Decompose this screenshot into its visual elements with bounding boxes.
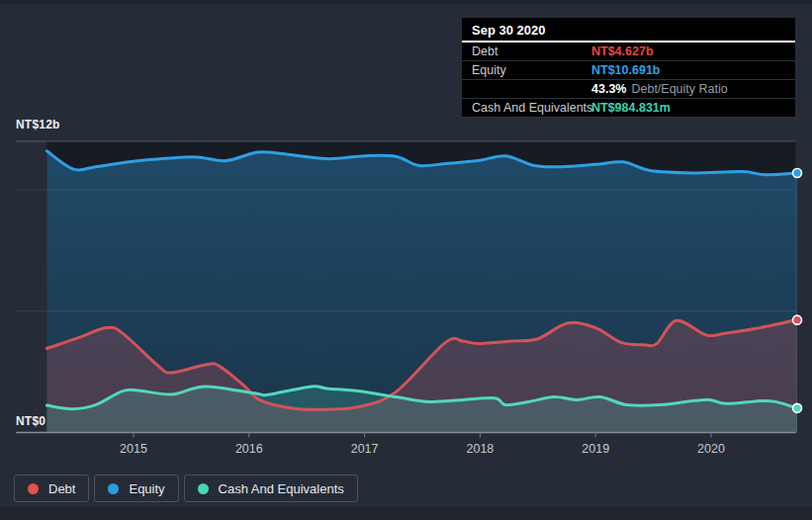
legend-item-equity[interactable]: Equity <box>94 475 178 502</box>
x-axis-year-label: 2016 <box>235 442 263 456</box>
tooltip-row-cash: Cash And Equivalents NT$984.831m <box>462 99 795 118</box>
equity-line-end-marker <box>793 169 802 178</box>
y-axis-zero-label: NT$0 <box>16 414 45 428</box>
tooltip-date: Sep 30 2020 <box>462 18 795 43</box>
y-axis-max-label: NT$12b <box>16 118 60 131</box>
x-axis-year-label: 2019 <box>582 442 609 456</box>
hover-tooltip: Sep 30 2020 Debt NT$4.627b Equity NT$10.… <box>462 18 795 118</box>
tooltip-equity-value: NT$10.691b <box>591 63 660 77</box>
x-axis-year-label: 2017 <box>351 442 379 456</box>
tooltip-cash-value: NT$984.831m <box>591 101 671 115</box>
tooltip-row-ratio: 43.3% Debt/Equity Ratio <box>462 80 795 99</box>
debt-line-end-marker <box>793 315 802 324</box>
tooltip-ratio-label: Debt/Equity Ratio <box>631 82 727 96</box>
cash-series-dot-icon <box>198 483 209 494</box>
x-axis-year-label: 2018 <box>466 442 494 456</box>
tooltip-row-equity: Equity NT$10.691b <box>462 61 795 80</box>
equity-series-dot-icon <box>108 483 119 494</box>
legend-debt-label: Debt <box>48 481 75 496</box>
legend-item-debt[interactable]: Debt <box>14 475 89 502</box>
tooltip-equity-label: Equity <box>462 63 591 77</box>
cash-line-end-marker <box>793 403 802 412</box>
legend-equity-label: Equity <box>129 481 164 496</box>
x-axis-year-label: 2020 <box>697 442 725 456</box>
debt-equity-history-chart: 201520162017201820192020 NT$12b NT$0 Sep… <box>0 0 812 520</box>
tooltip-row-debt: Debt NT$4.627b <box>462 43 795 61</box>
legend-item-cash[interactable]: Cash And Equivalents <box>184 475 358 502</box>
tooltip-debt-label: Debt <box>462 44 591 58</box>
tooltip-ratio-value: 43.3% <box>591 82 626 96</box>
tooltip-cash-label: Cash And Equivalents <box>462 101 591 115</box>
chart-legend: Debt Equity Cash And Equivalents <box>14 475 358 502</box>
debt-series-dot-icon <box>28 483 39 494</box>
legend-cash-label: Cash And Equivalents <box>219 481 344 496</box>
tooltip-debt-value: NT$4.627b <box>591 44 654 58</box>
x-axis-year-label: 2015 <box>120 442 147 456</box>
